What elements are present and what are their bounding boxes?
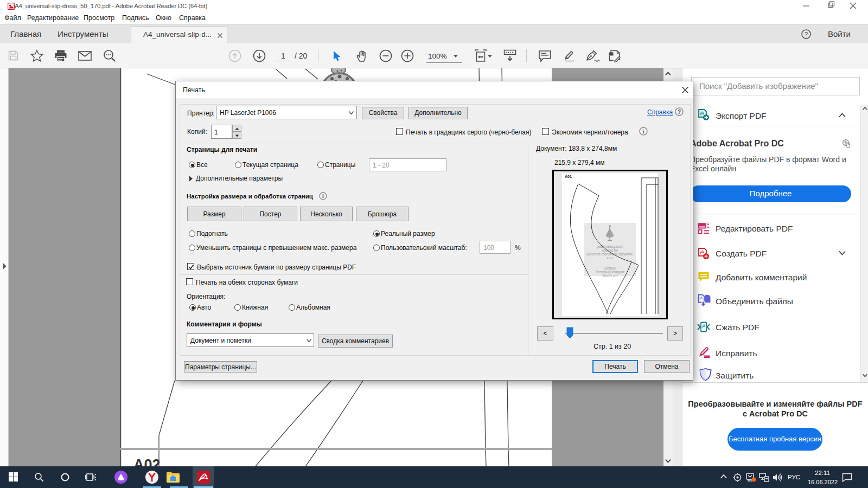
svg-text:i: i [322, 193, 324, 199]
svg-text:?: ? [805, 31, 808, 37]
svg-text:?: ? [678, 109, 681, 115]
svg-text:x.ru: x.ru [607, 256, 613, 260]
svg-text:A01: A01 [565, 175, 572, 178]
svg-text:A02: A02 [133, 457, 161, 466]
svg-text:10x10 cm: 10x10 cm [602, 274, 617, 278]
svg-text:i: i [642, 128, 644, 134]
